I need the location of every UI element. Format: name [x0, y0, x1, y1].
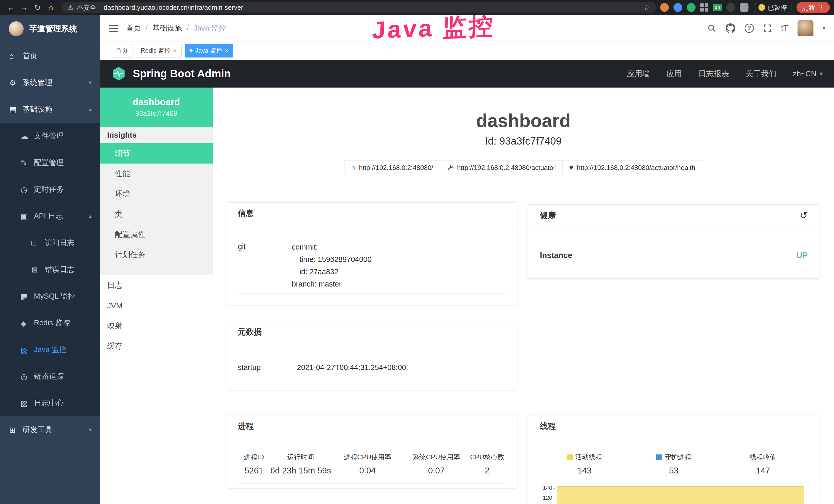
chevron-down-icon: ▾: [89, 427, 92, 433]
sba-item-environment[interactable]: 环境: [100, 184, 213, 204]
sba-nav: 应用墙 应用 日志报表 关于我们 zh~CN ▾: [627, 69, 823, 79]
close-icon[interactable]: ×: [225, 47, 228, 54]
gear-icon: ⚙: [9, 78, 23, 87]
cards-grid: 信息 git commit: time: 1596289704000 id: 2…: [213, 202, 834, 504]
sidebar-item-infrastructure[interactable]: ▤ 基础设施 ▴: [0, 96, 100, 123]
extension-icon[interactable]: [674, 3, 682, 12]
sba-item-caches[interactable]: 缓存: [100, 336, 213, 357]
sba-item-config-props[interactable]: 配置属性: [100, 224, 213, 245]
sba-nav-wallboard[interactable]: 应用墙: [627, 69, 650, 79]
back-icon[interactable]: ←: [4, 3, 18, 12]
cards-left-column: 信息 git commit: time: 1596289704000 id: 2…: [226, 202, 517, 488]
reload-icon[interactable]: ↻: [31, 3, 44, 12]
insights-group: Insights 细节 性能 环境 类 配置属性 计划任务: [100, 127, 213, 275]
java-icon: ▧: [21, 345, 34, 354]
sidebar-item-java-monitor[interactable]: ▧ Java 监控: [0, 336, 100, 363]
health-card-title: 健康: [540, 210, 556, 221]
tags-view: 首页 Redis 监控 × Java 监控 ×: [100, 41, 834, 60]
chrome-update-button[interactable]: 更新 ⋮: [796, 2, 830, 13]
sba-item-metrics[interactable]: 性能: [100, 164, 213, 184]
sba-item-mappings[interactable]: 映射: [100, 316, 213, 336]
instance-links: ⌂ http://192.168.0.2:48080/ http://192.1…: [213, 160, 834, 175]
sidebar-item-dev-tools[interactable]: ⊞ 研发工具 ▾: [0, 416, 100, 443]
extension-on-icon[interactable]: on: [713, 4, 722, 11]
sidebar-item-file-manage[interactable]: ☁ 文件管理: [0, 123, 100, 150]
url-text[interactable]: dashboard.yudao.iocoder.cn/infra/admin-s…: [104, 4, 243, 12]
sba-item-logging[interactable]: 日志: [100, 275, 213, 296]
sidebar-item-home[interactable]: ⌂ 首页: [0, 43, 100, 69]
locale-selector[interactable]: zh~CN ▾: [793, 69, 823, 78]
cards-right-column: 健康 ↺ Instance UP 线程: [528, 202, 819, 504]
sidebar-item-redis-monitor[interactable]: ◈ Redis 监控: [0, 310, 100, 336]
chevron-down-icon: ▾: [820, 70, 823, 77]
navbar: 首页 / 基础设施 / Java 监控 Java 监控 ? tT: [100, 15, 834, 41]
sba-item-details[interactable]: 细节: [100, 143, 213, 164]
home-icon[interactable]: ⌂: [44, 3, 58, 12]
extension-icon[interactable]: [726, 3, 735, 12]
bookmark-star-icon[interactable]: ☆: [643, 3, 650, 12]
github-icon[interactable]: [726, 23, 736, 33]
extension-icon[interactable]: [687, 3, 696, 12]
health-instance-label: Instance: [540, 251, 572, 260]
user-avatar[interactable]: [797, 20, 813, 36]
active-threads-swatch: [567, 455, 573, 460]
history-icon[interactable]: ↺: [800, 210, 808, 221]
sba-nav-journal[interactable]: 日志报表: [698, 69, 729, 79]
tab-redis-monitor[interactable]: Redis 监控 ×: [136, 44, 182, 58]
sidebar-item-config-manage[interactable]: ✎ 配置管理: [0, 150, 100, 176]
sidebar-item-access-log[interactable]: □ 访问日志: [0, 230, 100, 256]
kebab-menu-icon[interactable]: ⋮: [818, 4, 825, 12]
tab-java-monitor[interactable]: Java 监控 ×: [185, 44, 233, 58]
breadcrumb-current: Java 监控: [193, 23, 226, 33]
info-card-body: git commit: time: 1596289704000 id: 27aa…: [226, 224, 517, 294]
threads-card: 线程 活动线程 143: [528, 415, 819, 504]
heart-icon: ♥: [569, 164, 573, 172]
sidebar-item-error-log[interactable]: ⊠ 错误日志: [0, 256, 100, 283]
puzzle-extensions-icon[interactable]: [740, 3, 748, 12]
breadcrumb-home[interactable]: 首页: [126, 23, 141, 33]
fullscreen-icon[interactable]: [763, 24, 772, 32]
chevron-down-icon[interactable]: ▾: [823, 25, 825, 31]
app-menu: ⌂ 首页 ⚙ 系统管理 ▾ ▤ 基础设施 ▴ ☁ 文件管理 ✎ 配置管理: [0, 43, 100, 443]
file-cloud-icon: ☁: [21, 132, 34, 141]
home-icon: ⌂: [9, 52, 23, 60]
legend-item: 守护进程 53: [629, 453, 718, 476]
sidebar-item-scheduled-task[interactable]: ◷ 定时任务: [0, 176, 100, 203]
access-log-icon: □: [31, 238, 45, 247]
home-icon: ⌂: [351, 164, 355, 172]
handwritten-annotation: Java 监控: [371, 10, 496, 47]
sba-item-classes[interactable]: 类: [100, 204, 213, 224]
close-icon[interactable]: ×: [173, 47, 177, 54]
breadcrumb-infrastructure[interactable]: 基础设施: [152, 23, 182, 33]
sba-item-scheduled-tasks[interactable]: 计划任务: [100, 245, 213, 265]
tab-home[interactable]: 首页: [111, 44, 133, 58]
process-col: 运行时间 6d 23h 15m 59s: [270, 453, 331, 476]
font-size-icon[interactable]: tT: [781, 23, 788, 33]
extension-grid-icon[interactable]: [700, 3, 708, 12]
paused-badge[interactable]: 已暂停: [753, 2, 792, 13]
sidebar-item-mysql-monitor[interactable]: ▦ MySQL 监控: [0, 283, 100, 310]
trace-icon: ◎: [21, 372, 34, 381]
actuator-url-link[interactable]: http://192.168.0.2:48080/actuator: [440, 160, 563, 175]
forward-icon[interactable]: →: [18, 3, 31, 12]
hamburger-icon[interactable]: [109, 25, 118, 32]
address-bar[interactable]: ⚠ 不安全 dashboard.yudao.iocoder.cn/infra/a…: [62, 2, 656, 13]
metadata-value: 2021-04-27T00:44:31.254+08:00: [297, 363, 406, 372]
tools-icon: ⊞: [9, 426, 23, 434]
search-icon[interactable]: [707, 24, 716, 33]
sidebar-item-log-center[interactable]: ▨ 日志中心: [0, 390, 100, 416]
breadcrumb-separator: /: [146, 24, 148, 32]
sidebar-item-system[interactable]: ⚙ 系统管理 ▾: [0, 69, 100, 96]
app-sidebar: 芋道管理系统 ⌂ 首页 ⚙ 系统管理 ▾ ▤ 基础设施 ▴ ☁ 文件管理 ✎: [0, 15, 100, 504]
navbar-icons: ? tT ▾: [707, 20, 825, 36]
health-url-link[interactable]: ♥ http://192.168.0.2:48080/actuator/heal…: [562, 160, 702, 175]
sba-item-jvm[interactable]: JVM: [100, 296, 213, 316]
service-url-link[interactable]: ⌂ http://192.168.0.2:48080/: [344, 160, 440, 175]
extension-icon[interactable]: [660, 3, 669, 12]
sidebar-item-api-log[interactable]: ▣ API 日志 ▴: [0, 203, 100, 230]
process-card: 进程 进程ID 5261 运行时间 6d 23h 15m 59s: [226, 415, 517, 488]
sba-nav-applications[interactable]: 应用: [666, 69, 682, 79]
sidebar-item-trace[interactable]: ◎ 链路追踪: [0, 363, 100, 390]
sba-nav-about[interactable]: 关于我们: [745, 69, 776, 79]
help-icon[interactable]: ?: [745, 24, 754, 33]
